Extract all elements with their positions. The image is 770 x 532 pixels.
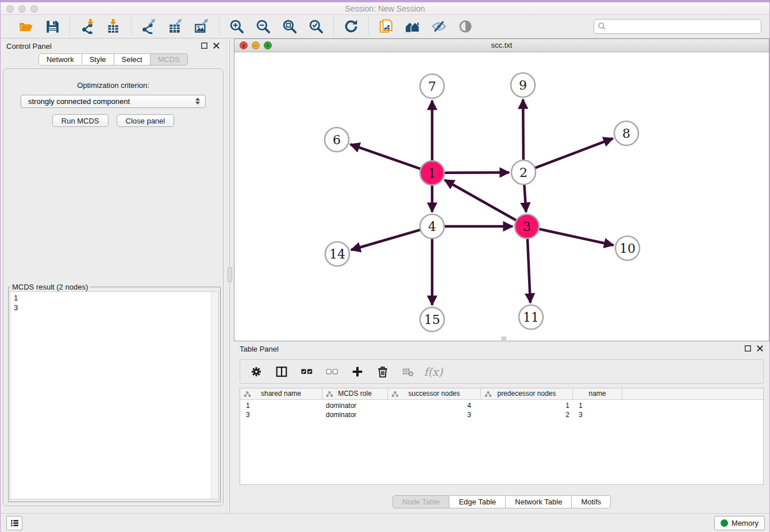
home-button[interactable] (405, 18, 421, 34)
table-cell[interactable]: 2 (481, 410, 573, 419)
gear-button[interactable] (249, 365, 263, 379)
select-all-icon (301, 365, 313, 378)
column-header-name[interactable]: name (573, 388, 622, 399)
gear-icon (250, 365, 263, 378)
network-file-icon (379, 19, 394, 34)
zoom-in-button[interactable] (229, 18, 245, 34)
graph-node-label-1: 1 (428, 166, 436, 180)
graph-edge-1-6[interactable] (351, 144, 422, 169)
graph-edge-1-2[interactable] (444, 172, 509, 173)
mcds-result-group: MCDS result (2 nodes) 1 3 (8, 283, 221, 502)
tab-node-table[interactable]: Node Table (392, 495, 450, 508)
graph-edge-3-10[interactable] (538, 229, 614, 245)
open-button[interactable] (18, 18, 34, 34)
tab-network[interactable]: Network (38, 53, 82, 65)
search-input[interactable] (594, 19, 761, 34)
tab-style[interactable]: Style (82, 53, 114, 65)
tab-motifs[interactable]: Motifs (572, 495, 611, 508)
open-icon (18, 19, 33, 34)
zoom-fit-button[interactable] (282, 18, 298, 34)
column-header-successor-nodes[interactable]: successor nodes (388, 388, 481, 399)
import-table-button[interactable] (106, 18, 122, 34)
node-table: shared nameMCDS rolesuccessor nodesprede… (240, 388, 764, 485)
float-table-panel-icon[interactable] (744, 345, 752, 352)
mcds-result-area[interactable]: 1 3 (10, 291, 219, 499)
graph-edge-2-3[interactable] (524, 184, 526, 212)
hierarchy-icon (391, 391, 399, 398)
trash-icon (376, 365, 389, 378)
table-cell[interactable]: dominator (322, 401, 388, 410)
table-cell[interactable]: 1 (573, 401, 622, 410)
network-view-window: x − + scc.txt 7968124314101511 (234, 38, 769, 341)
column-header-MCDS-role[interactable]: MCDS role (322, 388, 388, 399)
result-scrollbar[interactable] (211, 292, 218, 499)
columns-button[interactable] (275, 365, 288, 379)
application-window: Session: New Session Control Panel (0, 0, 770, 532)
table-cell[interactable]: dominator (322, 410, 388, 419)
tab-mcds[interactable]: MCDS (151, 53, 188, 65)
tab-select[interactable]: Select (114, 53, 151, 65)
export-image-button[interactable] (194, 18, 210, 34)
network-resize-handle[interactable] (502, 337, 506, 340)
network-file-button[interactable] (378, 18, 394, 34)
memory-label: Memory (732, 519, 759, 527)
hide-details-icon (432, 19, 446, 34)
tab-network-table[interactable]: Network Table (506, 495, 572, 508)
column-label: shared name (261, 390, 301, 398)
export-network-button[interactable] (141, 18, 157, 34)
table-cell[interactable]: 3 (388, 410, 481, 419)
graph-edge-3-1[interactable] (445, 180, 517, 221)
save-icon (45, 19, 60, 34)
table-cell[interactable]: 3 (573, 410, 622, 419)
run-mcds-button[interactable]: Run MCDS (52, 114, 109, 127)
close-table-panel-icon[interactable] (756, 345, 764, 352)
graph-edge-2-9[interactable] (523, 99, 523, 161)
table-cell[interactable]: 1 (240, 401, 322, 410)
network-canvas[interactable]: 7968124314101511 (234, 53, 769, 341)
vertical-splitter[interactable] (226, 38, 234, 513)
select-all-button[interactable] (300, 365, 314, 379)
show-details-button[interactable] (457, 18, 473, 34)
column-header-predecessor-nodes[interactable]: predecessor nodes (481, 388, 573, 399)
function-icon: f(x) (424, 365, 443, 378)
graph-edge-2-8[interactable] (534, 138, 613, 168)
zoom-out-button[interactable] (255, 18, 271, 34)
export-table-button[interactable] (167, 18, 183, 34)
columns-icon (275, 365, 288, 378)
zoom-selected-button[interactable] (308, 18, 324, 34)
control-panel-header: Control Panel (1, 38, 226, 53)
table-cell[interactable]: 3 (240, 410, 322, 419)
optimization-criterion-select[interactable]: strongly connected component (21, 95, 206, 108)
table-cell[interactable]: 4 (388, 401, 481, 410)
memory-button[interactable]: Memory (714, 516, 765, 530)
close-panel-icon[interactable] (213, 42, 220, 49)
add-icon (351, 365, 364, 378)
close-panel-button[interactable]: Close panel (117, 114, 175, 127)
hide-details-button[interactable] (431, 18, 447, 34)
task-history-button[interactable] (6, 516, 22, 530)
tab-edge-table[interactable]: Edge Table (449, 495, 506, 508)
network-graph[interactable]: 7968124314101511 (234, 53, 769, 341)
save-button[interactable] (44, 18, 60, 34)
delete-table-button (401, 365, 415, 379)
import-network-button[interactable] (79, 18, 95, 34)
trash-button[interactable] (376, 365, 390, 379)
graph-node-label-9: 9 (519, 78, 527, 92)
graph-edge-4-14[interactable] (351, 230, 421, 250)
graph-edge-3-11[interactable] (528, 238, 530, 303)
zoom-fit-icon (282, 19, 297, 34)
mcds-result-text: 1 3 (10, 292, 218, 314)
refresh-button[interactable] (343, 18, 359, 34)
table-row[interactable]: 3dominator323 (240, 410, 763, 419)
add-button[interactable] (351, 365, 364, 379)
column-header-shared-name[interactable]: shared name (240, 388, 322, 399)
float-panel-icon[interactable] (201, 42, 208, 49)
deselect-all-button[interactable] (325, 365, 339, 379)
table-row[interactable]: 1dominator411 (240, 401, 763, 410)
network-window-title: scc.txt (234, 41, 769, 49)
table-cell[interactable]: 1 (481, 401, 573, 410)
splitter-handle[interactable] (228, 267, 232, 282)
home-icon (405, 19, 420, 34)
graph-node-label-10: 10 (619, 241, 636, 256)
graph-node-label-7: 7 (428, 79, 436, 94)
